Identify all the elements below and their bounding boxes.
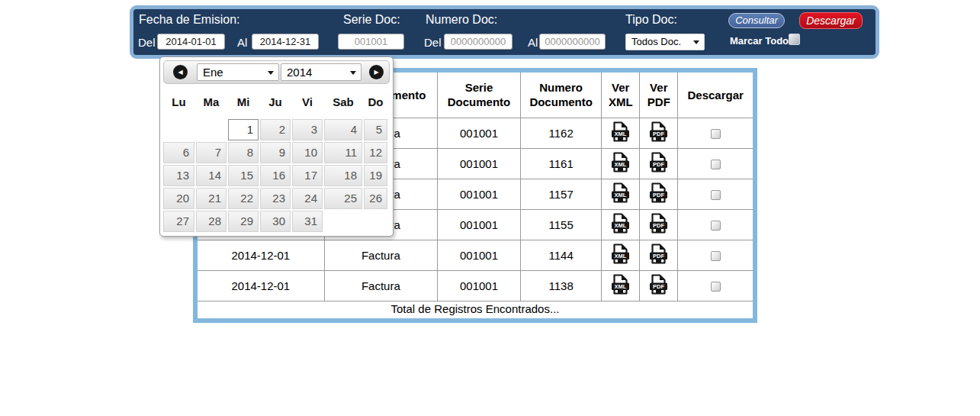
- calendar-day-20[interactable]: 20: [163, 188, 194, 209]
- tipo-doc-selected-value: Todos Doc.: [631, 36, 681, 47]
- col-header-serie-documento: Serie Documento: [437, 73, 520, 118]
- calendar-day-16[interactable]: 16: [260, 165, 291, 186]
- calendar-day-5[interactable]: 5: [364, 119, 387, 140]
- calendar-day-15[interactable]: 15: [228, 165, 259, 186]
- fecha-del-input[interactable]: [157, 34, 225, 50]
- weekday-label: Mi: [228, 95, 259, 110]
- calendar-day-4[interactable]: 4: [324, 119, 362, 140]
- table-footer-text: Total de Registros Encontrados...: [198, 301, 753, 317]
- page: Fecha de Emision: Serie Doc: Numero Doc:…: [0, 0, 980, 416]
- descargar-row-checkbox[interactable]: [711, 190, 721, 200]
- descargar-row-checkbox[interactable]: [711, 251, 721, 261]
- calendar-day-18[interactable]: 18: [324, 165, 362, 186]
- calendar-day-21[interactable]: 21: [196, 188, 227, 209]
- ver-xml-icon[interactable]: XML: [611, 121, 630, 142]
- calendar-day-23[interactable]: 23: [260, 188, 291, 209]
- calendar-day-28[interactable]: 28: [196, 211, 227, 232]
- cell-serie-documento: 001001: [437, 270, 520, 301]
- ver-pdf-icon[interactable]: PDF: [649, 121, 668, 142]
- cell-numero-documento: 1155: [521, 209, 602, 240]
- cell-tipo-documento: Factura: [324, 240, 437, 270]
- table-footer-row: Total de Registros Encontrados...: [198, 301, 753, 317]
- cell-numero-documento: 1144: [521, 240, 602, 270]
- calendar-day-12[interactable]: 12: [364, 142, 387, 163]
- svg-text:PDF: PDF: [653, 222, 664, 229]
- calendar-day-3[interactable]: 3: [292, 119, 323, 140]
- right-arrow-icon: ▶: [369, 65, 384, 79]
- svg-text:PDF: PDF: [653, 131, 664, 137]
- ver-xml-icon[interactable]: XML: [611, 152, 630, 173]
- ver-xml-icon[interactable]: XML: [611, 213, 630, 234]
- prev-month-button[interactable]: ◀: [173, 65, 188, 79]
- calendar-day-6[interactable]: 6: [163, 142, 194, 163]
- datepicker-header: ◀ Ene 2014 ▶: [163, 60, 390, 84]
- consultar-button[interactable]: Consultar: [728, 13, 785, 28]
- ver-pdf-icon[interactable]: PDF: [649, 213, 668, 234]
- descargar-row-checkbox[interactable]: [711, 160, 721, 169]
- serie-doc-input[interactable]: [338, 34, 404, 50]
- svg-text:XML: XML: [615, 131, 627, 137]
- calendar-empty-cell: [163, 119, 194, 140]
- weekday-label: Do: [364, 95, 387, 110]
- year-selected-value: 2014: [287, 66, 312, 79]
- ver-xml-icon[interactable]: XML: [611, 274, 630, 295]
- fecha-al-input[interactable]: [252, 34, 319, 50]
- weekday-label: Ju: [260, 95, 291, 110]
- table-row: 2014-12-01 Factura 001001 1138 XML PDF: [198, 270, 753, 301]
- calendar-day-19[interactable]: 19: [364, 165, 387, 186]
- cell-serie-documento: 001001: [437, 148, 520, 179]
- descargar-button[interactable]: Descargar: [799, 12, 863, 29]
- filter-panel: Fecha de Emision: Serie Doc: Numero Doc:…: [130, 5, 879, 59]
- weekday-label: Sab: [324, 95, 362, 110]
- calendar-day-17[interactable]: 17: [292, 165, 323, 186]
- calendar-day-2[interactable]: 2: [260, 119, 291, 140]
- svg-text:XML: XML: [615, 253, 627, 260]
- month-select[interactable]: Ene: [197, 63, 279, 81]
- descargar-row-checkbox[interactable]: [711, 221, 721, 231]
- calendar-day-26[interactable]: 26: [364, 188, 387, 209]
- calendar-day-9[interactable]: 9: [260, 142, 291, 163]
- calendar-day-27[interactable]: 27: [163, 211, 194, 232]
- calendar-day-30[interactable]: 30: [260, 211, 291, 232]
- ver-pdf-icon[interactable]: PDF: [649, 274, 668, 295]
- ver-xml-icon[interactable]: XML: [611, 243, 630, 264]
- calendar-day-8[interactable]: 8: [228, 142, 259, 163]
- ver-pdf-icon[interactable]: PDF: [649, 152, 668, 173]
- marcar-todos-checkbox[interactable]: [789, 34, 800, 45]
- year-select[interactable]: 2014: [281, 63, 361, 81]
- calendar-day-29[interactable]: 29: [228, 211, 259, 232]
- numero-al-input[interactable]: [539, 34, 606, 50]
- month-selected-value: Ene: [203, 66, 223, 79]
- calendar-day-31[interactable]: 31: [292, 211, 323, 232]
- numero-del-input[interactable]: [444, 34, 512, 50]
- tipo-doc-select[interactable]: Todos Doc.: [625, 34, 705, 50]
- left-arrow-icon: ◀: [173, 65, 188, 79]
- calendar-day-1[interactable]: 1: [228, 119, 259, 140]
- numero-doc-label: Numero Doc:: [426, 12, 497, 27]
- fecha-al-label: Al: [237, 34, 247, 50]
- descargar-row-checkbox[interactable]: [711, 282, 721, 292]
- tipo-doc-label: Tipo Doc:: [625, 12, 677, 27]
- calendar-day-11[interactable]: 11: [324, 142, 362, 163]
- ver-pdf-icon[interactable]: PDF: [649, 182, 668, 203]
- calendar-day-10[interactable]: 10: [292, 142, 323, 163]
- cell-serie-documento: 001001: [437, 118, 520, 148]
- ver-pdf-icon[interactable]: PDF: [649, 243, 668, 264]
- col-header-ver-pdf: Ver PDF: [640, 73, 678, 118]
- cell-serie-documento: 001001: [437, 240, 520, 270]
- calendar-day-22[interactable]: 22: [228, 188, 259, 209]
- calendar-day-7[interactable]: 7: [196, 142, 227, 163]
- svg-text:PDF: PDF: [653, 161, 664, 168]
- ver-xml-icon[interactable]: XML: [611, 182, 630, 203]
- calendar-day-24[interactable]: 24: [292, 188, 323, 209]
- calendar-day-14[interactable]: 14: [196, 165, 227, 186]
- calendar-day-13[interactable]: 13: [163, 165, 194, 186]
- cell-numero-documento: 1157: [521, 179, 602, 209]
- calendar-weekday-header: Lu Ma Mi Ju Vi Sab Do: [163, 95, 390, 110]
- calendar-empty-cell: [196, 119, 227, 140]
- next-month-button[interactable]: ▶: [369, 65, 384, 79]
- serie-doc-label: Serie Doc:: [343, 12, 400, 27]
- calendar-day-25[interactable]: 25: [324, 188, 362, 209]
- descargar-row-checkbox[interactable]: [711, 129, 721, 139]
- calendar-empty-cell: [364, 211, 387, 232]
